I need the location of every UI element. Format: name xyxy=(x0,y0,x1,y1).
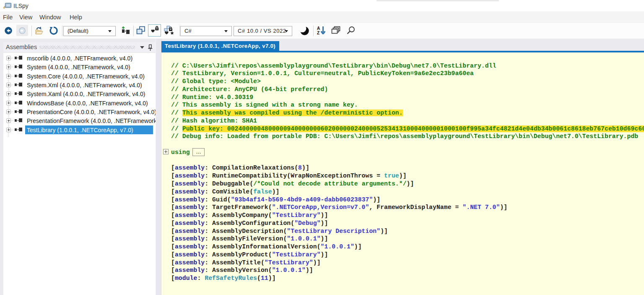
svg-text:Z: Z xyxy=(317,31,319,35)
svg-text:A: A xyxy=(317,26,320,31)
